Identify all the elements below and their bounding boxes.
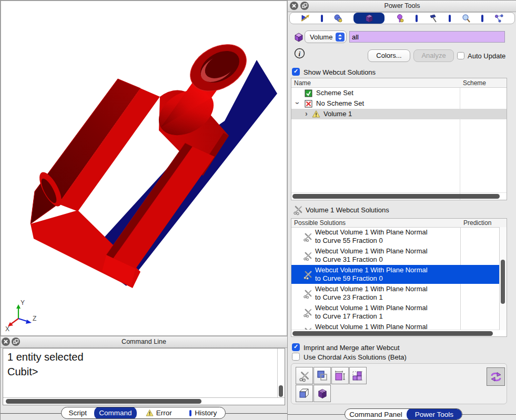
cube-face-icon [298,387,311,400]
solution-line1: Webcut Volume 1 With Plane Normal [315,247,428,255]
power-tools-panel: Power Tools [287,1,516,420]
tab-inspect-tool[interactable] [451,13,482,24]
imprint-merge-checkbox[interactable] [292,343,300,351]
info-icon[interactable]: i [294,48,305,59]
output-vertical-scrollbar[interactable] [277,349,285,397]
split-volume-button[interactable] [331,367,349,384]
dropdown-stepper-icon [336,33,345,42]
inspect-magnifier-icon [461,14,471,23]
scissors-icon [299,370,310,382]
cubit-window: Y Z X Command Line 1 entity selected Cub… [0,0,516,420]
split-extent-icon [334,370,347,382]
tab-power-tools[interactable]: Power Tools [407,408,462,420]
mesh-blob-icon [333,14,343,23]
tab-script-label: Script [69,409,87,417]
output-horizontal-scrollbar[interactable] [3,398,278,405]
colors-button[interactable]: Colors... [368,49,410,62]
power-tools-tabbar [289,12,515,24]
solution-item[interactable]: Webcut Volume 1 With Plane Normal to Cur… [291,227,501,246]
solutions-vertical-scrollbar[interactable] [499,227,507,330]
axis-z-label: Z [33,315,36,322]
chordal-axis-checkbox[interactable] [292,353,300,361]
graphics-viewport[interactable]: Y Z X [1,1,287,336]
tree-col-scheme: Scheme [463,79,486,87]
tree-row-label: No Scheme Set [316,99,364,107]
solution-item[interactable]: Webcut Volume 1 With Plane Normal to Cur… [291,303,501,322]
analyze-button[interactable]: Analyze [413,49,454,62]
tab-mesh-tool[interactable] [323,13,354,24]
scissors-icon [303,232,313,242]
scheme-tree[interactable]: Name Scheme Scheme Set › No Scheme Set [291,78,507,200]
solutions-col-main: Possible Solutions [294,219,346,227]
entity-id-input[interactable] [349,31,505,43]
command-prompt: Cubit> [7,364,276,379]
tree-row-scheme-set[interactable]: Scheme Set [291,88,507,98]
output-line: 1 entity selected [7,350,276,364]
chevron-right-icon[interactable]: › [305,109,308,118]
tab-error[interactable]: Error [137,407,180,418]
tab-power-tools-label: Power Tools [415,411,453,418]
tab-rule-left [1,413,62,414]
tab-rule-right [226,413,287,414]
refresh-solutions-button[interactable] [487,367,505,386]
show-webcut-label: Show Webcut Solutions [303,68,376,76]
tab-separator [449,15,451,22]
webcut-cube-icon [364,13,375,24]
tab-webcut-tool[interactable] [353,13,385,24]
solutions-horizontal-scrollbar[interactable] [291,330,500,336]
tab-script[interactable]: Script [62,407,94,418]
solution-item-selected[interactable]: Webcut Volume 1 With Plane Normal to Cur… [291,265,501,284]
imprint-merge-label: Imprint and Merge after Webcut [303,344,400,352]
3d-scene[interactable]: Y Z X [1,1,287,335]
tab-diagnose-tool[interactable] [385,13,416,24]
partition-button[interactable] [349,367,367,384]
voxel-cube-icon [316,387,329,400]
axis-triad: Y Z X [5,299,36,333]
tab-topology-tool[interactable] [483,13,514,24]
tab-command[interactable]: Command [94,407,137,419]
red-x-icon [305,100,312,108]
power-tools-titlebar: Power Tools [288,1,516,12]
tree-horizontal-scrollbar[interactable] [291,192,507,200]
sweep-volume-button[interactable] [296,385,313,402]
tab-error-label: Error [156,409,172,417]
tree-row-label: Scheme Set [316,89,353,97]
solutions-title: Volume 1 Webcut Solutions [306,206,389,214]
history-icon [189,409,192,417]
solution-line1: Webcut Volume 1 With Plane Normal [315,285,428,293]
solutions-header: Possible Solutions Prediction [291,219,507,228]
entity-type-dropdown[interactable]: Volume [305,30,347,43]
tab-geometry-tool[interactable] [290,13,321,24]
tab-rule-right [461,414,516,415]
tab-command-panel[interactable]: Command Panel [345,409,407,419]
tree-row-volume-1[interactable]: › Volume 1 [291,109,507,119]
hex-mesh-button[interactable] [313,385,331,402]
tab-command-label: Command [99,409,131,417]
chevron-down-icon[interactable]: › [294,102,302,105]
solution-line2: to Curve 23 Fraction 1 [315,293,383,301]
tab-rule-left [288,414,346,415]
solution-line2: to Curve 59 Fraction 0 [315,274,383,282]
scissors-icon [303,251,313,261]
webcut-solutions-list[interactable]: Possible Solutions Prediction Webcut Vol… [291,218,507,337]
auto-update-checkbox[interactable] [457,52,464,59]
tab-repair-tool[interactable] [418,13,449,24]
tab-command-panel-label: Command Panel [349,411,402,418]
solution-line1: Webcut Volume 1 With Plane Normal [315,304,428,312]
tab-history[interactable]: History [181,407,225,418]
panel-switch-tabs: Command Panel Power Tools [345,408,462,420]
webcut-button[interactable] [296,367,313,384]
scissors-icon [303,270,313,280]
solution-item[interactable]: Webcut Volume 1 With Plane Normal to Cur… [291,246,501,265]
tree-row-no-scheme-set[interactable]: › No Scheme Set [291,98,507,109]
solution-item[interactable]: Webcut Volume 1 With Plane Normal to Cur… [291,284,501,303]
solution-line1: Webcut Volume 1 With Plane Normal [315,228,428,236]
show-webcut-checkbox[interactable] [292,68,300,76]
scissors-icon [303,289,313,299]
command-line-titlebar: Command Line [1,336,287,348]
command-output[interactable]: 1 entity selected Cubit> [3,348,285,405]
solutions-col-prediction: Prediction [463,219,491,227]
geometry-cone-arrow-icon [300,14,310,23]
webcut-plane-button[interactable] [313,367,331,384]
auto-update-label: Auto Update [468,52,505,60]
